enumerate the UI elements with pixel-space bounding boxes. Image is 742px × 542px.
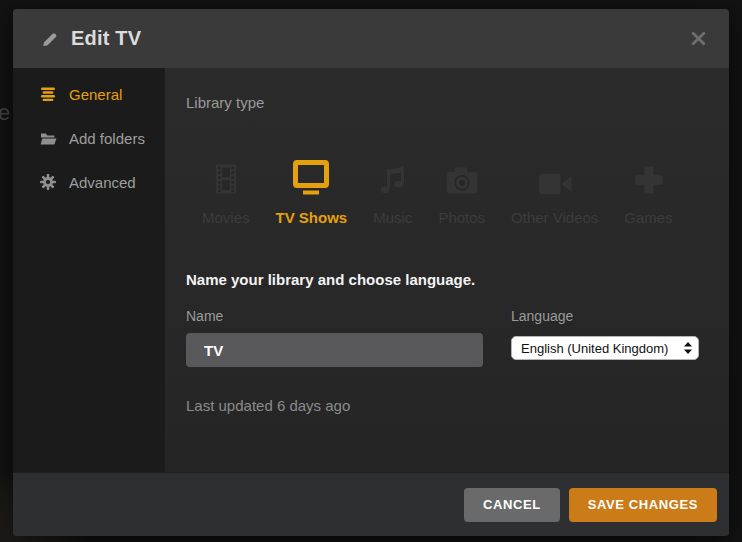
dialog-header: Edit TV	[13, 9, 729, 68]
film-icon	[209, 153, 243, 197]
language-select-value: English (United Kingdom)	[521, 341, 679, 356]
library-type-label: TV Shows	[276, 209, 348, 226]
sidebar-item-general[interactable]: General	[13, 72, 165, 116]
save-changes-button[interactable]: SAVE CHANGES	[569, 488, 717, 522]
library-type-label: Games	[624, 209, 672, 226]
library-type-label: Photos	[438, 209, 485, 226]
sidebar-item-label: Add folders	[69, 130, 145, 147]
library-type-label: Music	[373, 209, 412, 226]
cancel-button[interactable]: CANCEL	[464, 488, 560, 522]
dialog-title: Edit TV	[71, 27, 141, 50]
sidebar-item-label: Advanced	[69, 174, 136, 191]
sidebar-item-label: General	[69, 86, 122, 103]
library-type-music[interactable]: Music	[373, 153, 412, 226]
gamepad-icon	[632, 153, 666, 197]
library-type-movies[interactable]: Movies	[202, 153, 250, 226]
close-icon[interactable]	[689, 30, 707, 48]
background-text-fragment: e	[0, 100, 10, 126]
general-settings-panel: Library type	[165, 68, 729, 472]
settings-sidebar: General Add folders	[13, 68, 165, 472]
library-type-photos[interactable]: Photos	[438, 153, 485, 226]
library-type-games[interactable]: Games	[624, 153, 672, 226]
pencil-icon	[41, 30, 59, 48]
sidebar-item-add-folders[interactable]: Add folders	[13, 116, 165, 160]
name-field-group: Name	[186, 308, 483, 367]
language-select[interactable]: English (United Kingdom)	[511, 336, 699, 360]
fields-row: Name Language English (United Kingdom)	[186, 308, 701, 367]
dialog-footer: CANCEL SAVE CHANGES	[13, 472, 729, 536]
instruction-text: Name your library and choose language.	[186, 271, 701, 288]
select-stepper-icon	[683, 341, 693, 355]
music-note-icon	[376, 153, 410, 197]
tv-icon	[291, 153, 331, 197]
library-type-other-videos[interactable]: Other Videos	[511, 153, 598, 226]
library-type-label: Other Videos	[511, 209, 598, 226]
language-field-group: Language English (United Kingdom)	[511, 308, 701, 367]
folder-icon	[40, 130, 57, 146]
camera-icon	[444, 153, 480, 197]
library-type-label: Movies	[202, 209, 250, 226]
lines-icon	[40, 86, 57, 102]
library-type-picker: Movies TV Shows	[186, 153, 701, 226]
dialog-body: General Add folders	[13, 68, 729, 472]
last-updated-text: Last updated 6 days ago	[186, 397, 701, 414]
sidebar-item-advanced[interactable]: Advanced	[13, 160, 165, 204]
library-type-tv-shows[interactable]: TV Shows	[276, 153, 348, 226]
language-label: Language	[511, 308, 701, 324]
edit-library-dialog: Edit TV	[13, 9, 729, 536]
library-name-input[interactable]	[186, 333, 483, 367]
video-camera-icon	[536, 153, 574, 197]
name-label: Name	[186, 308, 483, 324]
library-type-label: Library type	[186, 94, 701, 111]
gear-icon	[40, 174, 57, 190]
